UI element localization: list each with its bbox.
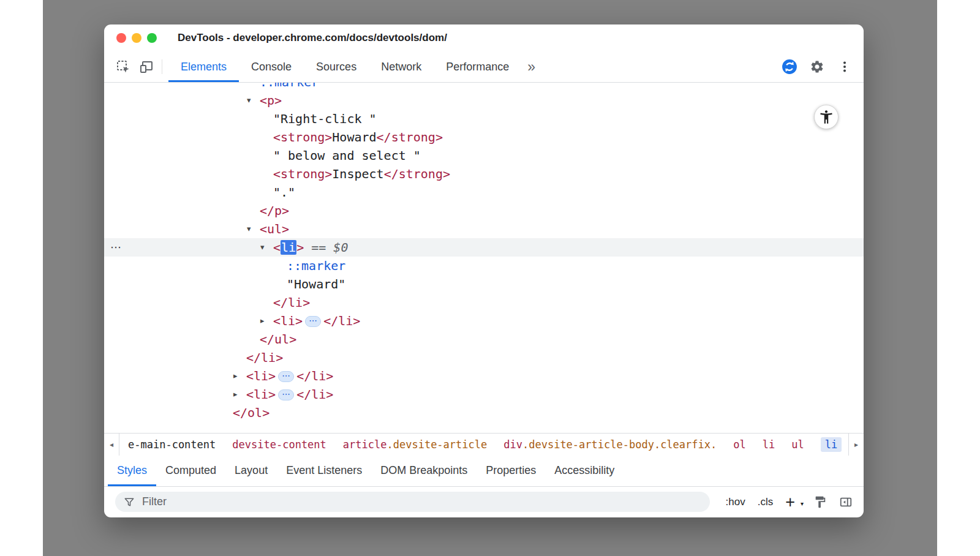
breadcrumb: ◂ e-main-contentdevsite-contentarticle.d… bbox=[104, 433, 864, 456]
dom-token-tag: <ul> bbox=[260, 222, 289, 236]
dom-token-tag: < bbox=[273, 240, 281, 255]
dom-token-tag: <strong> bbox=[273, 130, 332, 145]
dom-tree-row[interactable]: <strong>Howard</strong> bbox=[104, 128, 864, 146]
dom-token-text: Inspect bbox=[332, 167, 383, 181]
tab-styles[interactable]: Styles bbox=[108, 456, 156, 486]
tab-sources[interactable]: Sources bbox=[304, 51, 369, 82]
dom-token-pseudo: ::marker bbox=[260, 83, 318, 89]
breadcrumb-item[interactable]: e-main-content bbox=[128, 438, 216, 451]
dom-token-tag: </ol> bbox=[233, 405, 270, 420]
collapse-arrow-icon[interactable]: ▾ bbox=[247, 220, 251, 238]
collapse-arrow-icon[interactable]: ▾ bbox=[247, 91, 251, 110]
more-actions-icon[interactable]: ⋯ bbox=[110, 238, 121, 257]
dom-tree-row[interactable]: ▸<li>⋯</li> bbox=[104, 385, 864, 404]
dom-token-text: " below and select " bbox=[273, 148, 421, 163]
dom-tree-row[interactable]: </li> bbox=[104, 348, 864, 367]
accessibility-overlay-button[interactable] bbox=[814, 105, 839, 129]
settings-gear-icon[interactable] bbox=[805, 59, 829, 74]
dom-token-tag: <li> bbox=[273, 314, 303, 328]
dom-tree-row[interactable]: ⋯▾<li> == $0 bbox=[104, 238, 864, 257]
dom-rows: ::marker▾<p>"Right-click "<strong>Howard… bbox=[104, 83, 864, 422]
sync-icon[interactable] bbox=[778, 59, 801, 75]
dom-tree-row[interactable]: ▾<ul> bbox=[104, 220, 864, 238]
breadcrumb-item[interactable]: div.devsite-article-body.clearfix. bbox=[503, 438, 717, 451]
expand-arrow-icon[interactable]: ▸ bbox=[233, 385, 238, 404]
close-window-button[interactable] bbox=[116, 33, 126, 43]
toggle-sidebar-icon[interactable] bbox=[839, 495, 853, 509]
breadcrumb-scroll-right-icon[interactable]: ▸ bbox=[848, 434, 864, 456]
dom-token-tag: </strong> bbox=[377, 130, 443, 145]
expand-arrow-icon[interactable]: ▸ bbox=[260, 312, 265, 330]
expand-inline-icon[interactable]: ⋯ bbox=[305, 316, 321, 327]
kebab-menu-icon[interactable] bbox=[833, 59, 856, 74]
dom-token-tag: <li> bbox=[246, 369, 276, 383]
dom-tree-row[interactable]: " below and select " bbox=[104, 146, 864, 165]
dom-tree-row[interactable]: </ol> bbox=[104, 404, 864, 422]
breadcrumb-item[interactable]: li bbox=[763, 438, 775, 451]
tab-accessibility[interactable]: Accessibility bbox=[545, 456, 624, 486]
breadcrumb-item[interactable]: ol bbox=[733, 438, 745, 451]
dom-tree-row[interactable]: <strong>Inspect</strong> bbox=[104, 165, 864, 183]
breadcrumb-item[interactable]: article.devsite-article bbox=[343, 438, 487, 451]
dom-token-tag: </li> bbox=[296, 387, 333, 402]
dom-token-tag: </ul> bbox=[260, 332, 296, 347]
new-style-rule-caret-icon[interactable]: ▾ bbox=[801, 498, 804, 510]
breadcrumb-scroll-left-icon[interactable]: ◂ bbox=[104, 434, 119, 456]
tab-dom-breakpoints[interactable]: DOM Breakpoints bbox=[371, 456, 477, 486]
filter-pill bbox=[115, 492, 710, 512]
inspect-icon[interactable] bbox=[111, 51, 135, 82]
breadcrumb-item[interactable]: ul bbox=[791, 438, 804, 451]
device-toolbar-icon[interactable] bbox=[135, 51, 158, 82]
tab-console[interactable]: Console bbox=[239, 51, 304, 82]
dom-token-text: "Howard" bbox=[287, 277, 345, 291]
toolbar-right bbox=[778, 51, 864, 82]
tab-network[interactable]: Network bbox=[369, 51, 434, 82]
minimize-window-button[interactable] bbox=[132, 33, 141, 43]
dom-token-tag: <p> bbox=[260, 93, 282, 108]
dom-token-tag: </li> bbox=[273, 295, 310, 310]
dom-tree-row[interactable]: ▸<li>⋯</li> bbox=[104, 312, 864, 330]
styles-bar-controls: :hov .cls +▾ bbox=[726, 495, 853, 509]
dom-token-pseudo: ::marker bbox=[287, 258, 345, 273]
tab-layout[interactable]: Layout bbox=[225, 456, 277, 486]
dom-tree-row[interactable]: ::marker bbox=[104, 83, 864, 91]
zoom-window-button[interactable] bbox=[147, 33, 157, 43]
dom-token-tag: </li> bbox=[296, 369, 333, 383]
accessibility-person-icon bbox=[818, 109, 834, 125]
expand-inline-icon[interactable]: ⋯ bbox=[278, 371, 294, 382]
tab-elements[interactable]: Elements bbox=[168, 51, 239, 82]
dom-token-tag: </li> bbox=[246, 350, 283, 365]
collapse-arrow-icon[interactable]: ▾ bbox=[260, 238, 265, 257]
dom-tree-row[interactable]: "Right-click " bbox=[104, 110, 864, 128]
expand-arrow-icon[interactable]: ▸ bbox=[233, 367, 238, 385]
format-paint-icon[interactable] bbox=[813, 495, 827, 509]
dom-token-text: Howard bbox=[332, 130, 376, 145]
styles-filter-input[interactable] bbox=[141, 495, 702, 509]
dom-token-tag: <li> bbox=[246, 387, 276, 402]
dom-token-tag: </strong> bbox=[384, 167, 450, 181]
dom-tree-row[interactable]: "Howard" bbox=[104, 275, 864, 293]
breadcrumb-item[interactable]: li bbox=[821, 437, 842, 452]
more-tabs-icon[interactable]: » bbox=[521, 51, 541, 82]
expand-inline-icon[interactable]: ⋯ bbox=[278, 389, 294, 400]
dom-token-dollar: $0 bbox=[333, 240, 348, 255]
dom-token-tag: </li> bbox=[323, 314, 360, 328]
dom-tree-row[interactable]: ::marker bbox=[104, 257, 864, 275]
dom-tree-row[interactable]: ▾<p> bbox=[104, 91, 864, 110]
dom-tree-row[interactable]: </ul> bbox=[104, 330, 864, 348]
dom-tree-row[interactable]: "." bbox=[104, 183, 864, 201]
toggle-element-state-button[interactable]: :hov bbox=[726, 496, 745, 508]
breadcrumb-item[interactable]: devsite-content bbox=[232, 438, 326, 451]
tab-event-listeners[interactable]: Event Listeners bbox=[277, 456, 371, 486]
tab-performance[interactable]: Performance bbox=[434, 51, 521, 82]
dom-tree-row[interactable]: </li> bbox=[104, 293, 864, 312]
dom-tree-row[interactable]: </p> bbox=[104, 201, 864, 220]
devtools-window: DevTools - developer.chrome.com/docs/dev… bbox=[104, 24, 864, 517]
toggle-class-button[interactable]: .cls bbox=[758, 496, 774, 508]
new-style-rule-button[interactable]: +▾ bbox=[785, 496, 801, 508]
tab-properties[interactable]: Properties bbox=[477, 456, 545, 486]
tab-computed[interactable]: Computed bbox=[156, 456, 225, 486]
dom-token-tag: </p> bbox=[260, 203, 289, 218]
window-title: DevTools - developer.chrome.com/docs/dev… bbox=[178, 32, 447, 44]
dom-tree-row[interactable]: ▸<li>⋯</li> bbox=[104, 367, 864, 385]
